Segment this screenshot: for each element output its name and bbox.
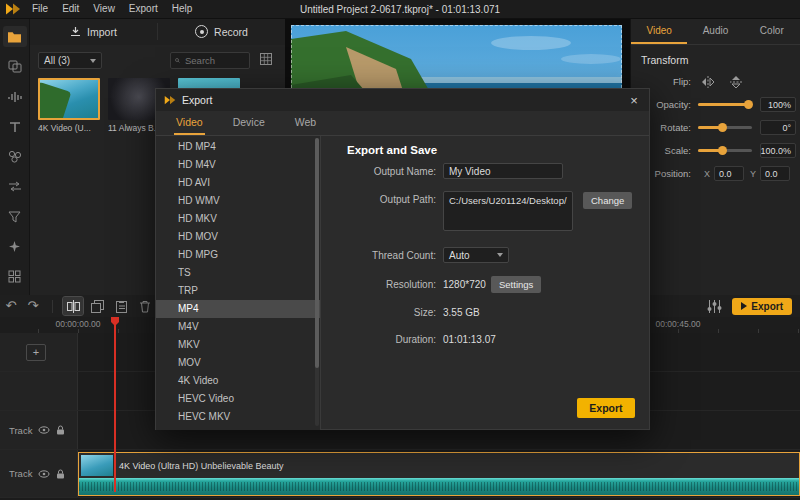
format-list-scrollbar[interactable]	[315, 138, 319, 426]
close-icon[interactable]: ×	[619, 89, 649, 111]
format-option[interactable]: HD MKV	[156, 210, 320, 228]
clip-audio-waveform	[79, 478, 799, 495]
format-option[interactable]: HD WMV	[156, 192, 320, 210]
undo-icon[interactable]: ↶	[0, 296, 22, 316]
size-label: Size:	[321, 307, 436, 318]
format-option[interactable]: TRP	[156, 282, 320, 300]
ruler-label-3: 00:00:45.00	[656, 319, 701, 329]
record-button[interactable]: Record	[158, 18, 285, 45]
track-2-header	[0, 372, 78, 410]
dialog-body: HD MP4 HD M4V HD AVI HD WMV HD MKV HD MO…	[156, 136, 649, 430]
track-3-header: Track	[0, 411, 78, 449]
rotate-value[interactable]: 0°	[760, 120, 796, 135]
inspector-tabs: Video Audio Color	[631, 18, 800, 45]
format-option[interactable]: MKV	[156, 336, 320, 354]
timeline-clip[interactable]: 4K Video (Ultra HD) Unbelievable Beauty	[78, 452, 800, 496]
add-track-button[interactable]: +	[26, 344, 46, 361]
menu-edit[interactable]: Edit	[55, 0, 86, 18]
text-tool-icon[interactable]	[3, 116, 27, 137]
shapes-icon[interactable]	[3, 146, 27, 167]
redo-icon[interactable]: ↷	[22, 296, 44, 316]
format-option[interactable]: MOV	[156, 354, 320, 372]
scale-slider[interactable]	[698, 149, 752, 152]
opacity-slider[interactable]	[698, 103, 752, 106]
menu-help[interactable]: Help	[165, 0, 200, 18]
change-path-button[interactable]: Change	[583, 192, 632, 209]
format-option[interactable]: HEVC MKV	[156, 408, 320, 426]
resolution-label: Resolution:	[321, 279, 436, 290]
flip-vertical-icon[interactable]	[728, 72, 744, 92]
position-x-label: X	[704, 169, 710, 179]
elements-icon[interactable]	[3, 56, 27, 77]
mixer-icon[interactable]	[707, 300, 722, 313]
timeline-export-button[interactable]: Export	[732, 298, 792, 315]
flip-horizontal-icon[interactable]	[698, 74, 718, 90]
thread-count-dropdown[interactable]: Auto	[443, 247, 509, 263]
dialog-export-button[interactable]: Export	[577, 398, 635, 418]
position-row: Position: X 0.0 Y 0.0	[631, 162, 800, 185]
format-option[interactable]: M4V	[156, 318, 320, 336]
media-search[interactable]	[170, 52, 250, 69]
ruler-label-0: 00:00:00.00	[56, 319, 101, 329]
export-arrow-icon	[741, 302, 747, 310]
output-path-box[interactable]: C:/Users/U201124/Desktop/	[443, 191, 573, 231]
format-option[interactable]: HEVC Video	[156, 390, 320, 408]
format-option[interactable]: 4K Video	[156, 372, 320, 390]
filters-icon[interactable]	[3, 206, 27, 227]
rotate-slider[interactable]	[698, 126, 752, 129]
format-option[interactable]: HD M4V	[156, 156, 320, 174]
format-option[interactable]: HD MP4	[156, 138, 320, 156]
menu-file[interactable]: File	[25, 0, 55, 18]
grid-view-icon[interactable]	[260, 53, 272, 65]
track-4-lane[interactable]: 4K Video (Ultra HD) Unbelievable Beauty	[78, 450, 800, 497]
inspector-panel: Video Audio Color Transform Flip: Opacit…	[630, 18, 800, 295]
output-name-input[interactable]	[443, 163, 563, 179]
opacity-value[interactable]: 100%	[760, 97, 796, 112]
position-y-value[interactable]: 0.0	[760, 166, 790, 181]
playhead[interactable]	[114, 317, 116, 492]
format-option[interactable]: HD MPG	[156, 246, 320, 264]
split-icon[interactable]	[63, 297, 83, 315]
import-button[interactable]: Import	[30, 18, 157, 45]
copy-icon[interactable]	[87, 297, 107, 315]
media-clip-1[interactable]: 4K Video (U...	[38, 78, 100, 133]
paste-icon[interactable]	[111, 297, 131, 315]
track-row-4: Track 4K Video (Ultra HD) Unbelievable B…	[0, 450, 800, 498]
position-x-value[interactable]: 0.0	[714, 166, 744, 181]
toolbar-divider	[52, 300, 53, 313]
record-icon	[195, 25, 208, 38]
resolution-settings-button[interactable]: Settings	[491, 276, 541, 293]
effects-icon[interactable]	[3, 236, 27, 257]
eye-icon[interactable]	[38, 470, 50, 478]
size-value: 3.55 GB	[443, 307, 480, 318]
lock-icon[interactable]	[56, 469, 65, 479]
dialog-tab-device[interactable]: Device	[231, 111, 267, 135]
tool-sidebar	[0, 18, 30, 295]
tab-audio[interactable]: Audio	[687, 18, 743, 44]
format-option[interactable]: HD AVI	[156, 174, 320, 192]
lock-icon[interactable]	[56, 425, 65, 435]
audio-icon[interactable]	[3, 86, 27, 107]
clip-video-section: 4K Video (Ultra HD) Unbelievable Beauty	[79, 453, 799, 478]
format-option-selected[interactable]: MP4	[156, 300, 320, 318]
format-option[interactable]: HD MOV	[156, 228, 320, 246]
search-input[interactable]	[183, 54, 245, 67]
menu-export[interactable]: Export	[122, 0, 165, 18]
eye-icon[interactable]	[38, 426, 50, 434]
scale-value[interactable]: 100.0%	[760, 143, 796, 158]
media-library-icon[interactable]	[3, 26, 27, 47]
menu-view[interactable]: View	[86, 0, 122, 18]
tab-color[interactable]: Color	[744, 18, 800, 44]
delete-icon[interactable]	[135, 297, 155, 315]
dialog-tab-web[interactable]: Web	[293, 111, 318, 135]
tab-video[interactable]: Video	[631, 18, 687, 44]
app-window: File Edit View Export Help Untitled Proj…	[0, 0, 800, 500]
dialog-tab-video[interactable]: Video	[174, 111, 205, 135]
pip-grid-icon[interactable]	[3, 266, 27, 287]
transitions-icon[interactable]	[3, 176, 27, 197]
resolution-value: 1280*720	[443, 279, 486, 290]
media-filter-dropdown[interactable]: All (3)	[38, 52, 102, 69]
chevron-down-icon	[90, 59, 96, 63]
format-option[interactable]: TS	[156, 264, 320, 282]
track-1-header: +	[0, 333, 78, 371]
